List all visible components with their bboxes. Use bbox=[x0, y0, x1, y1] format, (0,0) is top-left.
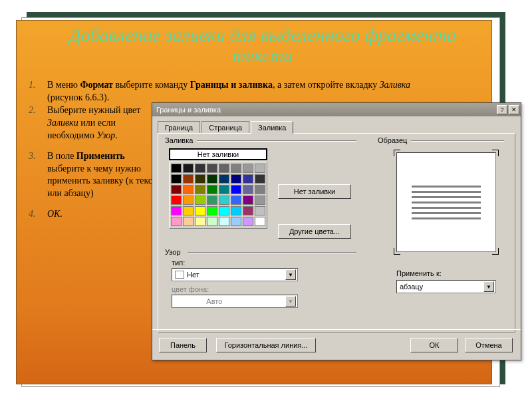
color-palette bbox=[169, 162, 267, 229]
other-colors-button[interactable]: Другие цвета... bbox=[278, 224, 351, 239]
color-swatch[interactable] bbox=[255, 196, 265, 205]
tab-fill-panel: Заливка Нет заливки Нет заливки Другие ц… bbox=[158, 133, 515, 332]
step-number: 1. bbox=[29, 79, 36, 92]
tab-fill[interactable]: Заливка bbox=[251, 121, 293, 134]
color-swatch[interactable] bbox=[243, 164, 253, 173]
dialog-title: Границы и заливка bbox=[156, 106, 495, 114]
pattern-type-value: Нет bbox=[187, 271, 200, 279]
color-swatch[interactable] bbox=[255, 206, 265, 215]
type-label: тип: bbox=[172, 259, 185, 267]
instruction-step-3: 3. В поле Применить выберите к чему нужн… bbox=[47, 150, 163, 201]
color-swatch[interactable] bbox=[231, 185, 241, 194]
color-swatch[interactable] bbox=[183, 196, 194, 205]
color-swatch[interactable] bbox=[255, 185, 265, 194]
color-swatch[interactable] bbox=[219, 206, 229, 215]
toolbar-button[interactable]: Панель bbox=[159, 338, 207, 352]
color-swatch[interactable] bbox=[219, 164, 229, 173]
horizontal-line-button[interactable]: Горизонтальная линия... bbox=[216, 338, 316, 352]
preview-group-label: Образец bbox=[378, 136, 407, 144]
color-swatch[interactable] bbox=[183, 217, 194, 226]
color-swatch[interactable] bbox=[183, 174, 194, 184]
color-swatch[interactable] bbox=[183, 206, 194, 215]
dialog-titlebar[interactable]: Границы и заливка ? ✕ bbox=[152, 103, 521, 116]
instruction-step-4: 4. ОК. bbox=[47, 208, 163, 221]
bg-color-value: Авто bbox=[206, 297, 222, 305]
color-swatch[interactable] bbox=[207, 174, 217, 184]
color-swatch[interactable] bbox=[243, 185, 253, 194]
color-swatch[interactable] bbox=[219, 174, 229, 184]
instruction-steps-rest: 2. Выберите нужный цвет Заливки или если… bbox=[25, 104, 163, 229]
tab-page[interactable]: Страница bbox=[201, 121, 249, 134]
divider bbox=[197, 140, 356, 142]
color-swatch[interactable] bbox=[207, 185, 217, 194]
pattern-swatch-icon bbox=[175, 271, 184, 279]
ok-button[interactable]: ОК bbox=[410, 338, 458, 352]
color-swatch[interactable] bbox=[195, 217, 205, 226]
color-swatch[interactable] bbox=[231, 217, 241, 226]
dialog-tabs: Граница Страница Заливка bbox=[152, 116, 521, 133]
no-fill-swatch[interactable]: Нет заливки bbox=[169, 148, 267, 160]
color-swatch[interactable] bbox=[207, 196, 217, 205]
instruction-step-2: 2. Выберите нужный цвет Заливки или если… bbox=[47, 104, 163, 142]
slide-title: Добавление заливки для выделенного фрагм… bbox=[57, 25, 469, 66]
color-swatch[interactable] bbox=[255, 217, 265, 226]
color-swatch[interactable] bbox=[231, 196, 241, 205]
color-swatch[interactable] bbox=[243, 174, 253, 184]
color-swatch[interactable] bbox=[255, 164, 265, 173]
close-button[interactable]: ✕ bbox=[509, 105, 519, 114]
color-swatch[interactable] bbox=[231, 174, 241, 184]
color-swatch[interactable] bbox=[195, 174, 205, 184]
divider bbox=[188, 252, 356, 253]
bg-color-dropdown: Авто ▼ bbox=[172, 295, 298, 308]
color-swatch[interactable] bbox=[195, 196, 205, 205]
color-swatch[interactable] bbox=[171, 174, 182, 184]
preview-lines-icon bbox=[412, 182, 481, 223]
crop-mark-icon bbox=[394, 248, 400, 255]
fill-group-label: Заливка bbox=[165, 136, 193, 144]
color-swatch[interactable] bbox=[231, 164, 241, 173]
crop-mark-icon bbox=[394, 150, 400, 156]
color-swatch[interactable] bbox=[183, 185, 194, 194]
borders-shading-dialog: Границы и заливка ? ✕ Граница Страница З… bbox=[152, 102, 521, 360]
color-swatch[interactable] bbox=[243, 196, 253, 205]
cancel-button[interactable]: Отмена bbox=[465, 338, 513, 352]
color-swatch[interactable] bbox=[243, 217, 253, 226]
crop-mark-icon bbox=[492, 248, 499, 255]
apply-to-dropdown[interactable]: абзацу ▼ bbox=[396, 280, 496, 293]
chevron-down-icon: ▼ bbox=[285, 296, 296, 307]
color-swatch[interactable] bbox=[207, 217, 217, 226]
color-swatch[interactable] bbox=[207, 206, 217, 215]
step-number: 3. bbox=[29, 150, 36, 163]
pattern-type-dropdown[interactable]: Нет ▼ bbox=[172, 268, 298, 281]
color-swatch[interactable] bbox=[171, 185, 182, 194]
tab-border[interactable]: Граница bbox=[158, 121, 200, 134]
color-swatch[interactable] bbox=[183, 164, 194, 173]
chevron-down-icon: ▼ bbox=[483, 281, 494, 292]
bg-color-label: цвет фона: bbox=[172, 285, 209, 293]
help-button[interactable]: ? bbox=[497, 105, 507, 114]
color-swatch[interactable] bbox=[195, 164, 205, 173]
color-swatch[interactable] bbox=[171, 196, 182, 205]
step-number: 2. bbox=[29, 104, 36, 117]
color-swatch[interactable] bbox=[219, 196, 229, 205]
color-swatch[interactable] bbox=[195, 206, 205, 215]
preview-box bbox=[396, 152, 496, 252]
color-swatch[interactable] bbox=[243, 206, 253, 215]
chevron-down-icon: ▼ bbox=[285, 269, 296, 280]
color-swatch[interactable] bbox=[195, 185, 205, 194]
color-swatch[interactable] bbox=[255, 174, 265, 184]
color-swatch[interactable] bbox=[207, 164, 217, 173]
divider bbox=[411, 140, 504, 142]
color-swatch[interactable] bbox=[171, 206, 182, 215]
pattern-group-label: Узор bbox=[165, 248, 181, 256]
color-swatch[interactable] bbox=[219, 185, 229, 194]
crop-mark-icon bbox=[492, 150, 499, 156]
color-swatch[interactable] bbox=[171, 164, 182, 173]
no-fill-button[interactable]: Нет заливки bbox=[278, 184, 351, 199]
apply-to-label: Применить к: bbox=[396, 269, 442, 277]
color-swatch[interactable] bbox=[231, 206, 241, 215]
color-swatch[interactable] bbox=[171, 217, 182, 226]
step-number: 4. bbox=[29, 208, 36, 221]
dialog-button-bar: Панель Горизонтальная линия... ОК Отмена bbox=[152, 329, 521, 360]
color-swatch[interactable] bbox=[219, 217, 229, 226]
